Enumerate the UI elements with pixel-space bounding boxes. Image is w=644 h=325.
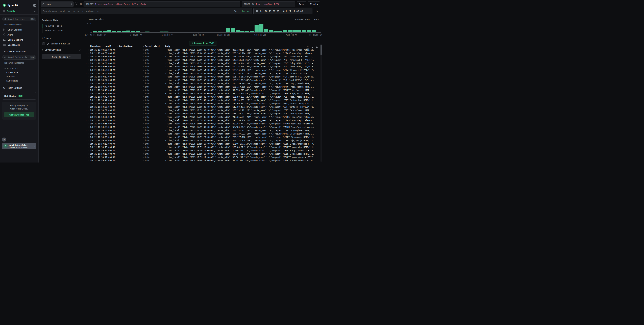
table-row[interactable]: ›Oct 21 10:59:56.000 AMinfo{"time_local"… (84, 65, 320, 68)
row-expand-icon[interactable]: › (84, 136, 88, 138)
severity-filter-group[interactable]: › SeverityText (42, 48, 81, 51)
column-header-servicename[interactable]: ServiceName (117, 45, 143, 47)
saved-dashboards-input[interactable]: Saved Dashboards ⌘K (2, 55, 36, 59)
code-editor-icon[interactable]: <> (75, 2, 78, 6)
scrollbar[interactable] (320, 44, 322, 162)
table-row[interactable]: ›Oct 21 10:59:38.000 AMinfo{"time_local"… (84, 109, 320, 112)
order-by-input[interactable]: ORDER BY TimestampTime DESC (242, 1, 295, 7)
row-expand-icon[interactable]: › (84, 156, 88, 158)
table-row[interactable]: ›Oct 21 10:59:46.000 AMinfo{"time_local"… (84, 88, 320, 92)
row-expand-icon[interactable]: › (84, 109, 88, 111)
row-expand-icon[interactable]: › (84, 65, 88, 68)
pin-icon[interactable] (79, 49, 81, 51)
row-expand-icon[interactable]: › (84, 72, 88, 75)
select-columns-input[interactable]: SELECT Timestamp,ServiceName,SeverityTex… (84, 1, 240, 7)
column-header-severitytext[interactable]: SeverityText (143, 45, 164, 47)
row-expand-icon[interactable]: › (84, 119, 88, 122)
table-row[interactable]: ›Oct 21 10:59:46.000 AMinfo{"time_local"… (84, 92, 320, 95)
row-expand-icon[interactable]: › (84, 133, 88, 135)
table-row[interactable]: ›Oct 21 10:59:36.000 AMinfo{"time_local"… (84, 115, 320, 119)
table-row[interactable]: ›Oct 21 10:59:36.000 AMinfo{"time_local"… (84, 119, 320, 122)
sidebar-item-alerts[interactable]: Alerts (2, 32, 36, 37)
sidebar-item-dashboards[interactable]: Dashboards (2, 42, 36, 47)
table-row[interactable]: ›Oct 21 10:59:56.000 AMinfo{"time_local"… (84, 62, 320, 65)
table-row[interactable]: ›Oct 21 10:59:52.000 AMinfo{"time_local"… (84, 78, 320, 82)
table-row[interactable]: ›Oct 21 10:59:58.000 AMinfo{"time_local"… (84, 58, 320, 62)
analysis-mode-results-table[interactable]: Results Table (42, 24, 81, 28)
lucene-mode-toggle[interactable]: Lucene (242, 10, 250, 12)
row-expand-icon[interactable]: › (84, 116, 88, 118)
create-dashboard-button[interactable]: + Create Dashboard (2, 49, 36, 54)
table-row[interactable]: ›Oct 21 10:59:47.000 AMinfo{"time_local"… (84, 85, 320, 88)
table-row[interactable]: ›Oct 21 10:59:19.000 AMinfo{"time_local"… (84, 149, 320, 152)
table-row[interactable]: ›Oct 21 10:59:38.000 AMinfo{"time_local"… (84, 112, 320, 115)
row-expand-icon[interactable]: › (84, 159, 88, 162)
denoise-results-option[interactable]: Denoise Results (42, 42, 81, 45)
sidebar-item-team-settings[interactable]: ⚙ Team Settings (3, 86, 36, 89)
results-histogram[interactable] (93, 24, 321, 33)
save-button[interactable]: Save (297, 1, 306, 7)
preset-item-services[interactable]: Services (2, 74, 36, 79)
denoise-checkbox[interactable] (42, 42, 45, 45)
row-expand-icon[interactable]: › (84, 99, 88, 101)
table-row[interactable]: ›Oct 21 10:59:58.000 AMinfo{"time_local"… (84, 55, 320, 58)
row-expand-icon[interactable]: › (84, 89, 88, 91)
row-expand-icon[interactable]: › (84, 92, 88, 95)
table-row[interactable]: ›Oct 21 10:59:19.000 AMinfo{"time_local"… (84, 146, 320, 149)
row-expand-icon[interactable]: › (84, 96, 88, 98)
table-row[interactable]: ›Oct 21 10:59:29.000 AMinfo{"time_local"… (84, 139, 320, 142)
row-expand-icon[interactable]: › (84, 129, 88, 132)
row-expand-icon[interactable]: › (84, 86, 88, 88)
row-expand-icon[interactable]: › (84, 82, 88, 85)
sidebar-section-search[interactable]: Search (0, 7, 38, 14)
table-row[interactable]: ›Oct 21 11:00:00.000 AMinfo{"time_local"… (84, 52, 320, 55)
table-row[interactable]: ›Oct 21 10:59:52.000 AMinfo{"time_local"… (84, 75, 320, 78)
row-expand-icon[interactable]: › (84, 79, 88, 81)
preset-item-clickhouse[interactable]: ClickHouse (2, 70, 36, 74)
row-expand-icon[interactable]: › (84, 149, 88, 152)
more-filters-button[interactable]: More filters (42, 54, 81, 59)
table-row[interactable]: ›Oct 21 10:59:29.000 AMinfo{"time_local"… (84, 135, 320, 139)
table-row[interactable]: ›Oct 21 10:59:19.000 AMinfo{"time_local"… (84, 142, 320, 146)
sidebar-item-chart-explorer[interactable]: Chart Explorer (2, 27, 36, 32)
preset-item-kubernetes[interactable]: Kubernetes (2, 79, 36, 83)
sql-mode-toggle[interactable]: SQL (234, 10, 238, 12)
row-expand-icon[interactable]: › (84, 69, 88, 71)
run-query-button[interactable]: ▷ (314, 8, 320, 14)
row-expand-icon[interactable]: › (84, 52, 88, 54)
table-row[interactable]: ›Oct 21 10:59:54.000 AMinfo{"time_local"… (84, 68, 320, 72)
table-row[interactable]: ›Oct 21 10:59:42.000 AMinfo{"time_local"… (84, 95, 320, 99)
row-expand-icon[interactable]: › (84, 49, 88, 51)
table-row[interactable]: ›Oct 21 10:59:17.000 AMinfo{"time_local"… (84, 159, 320, 162)
sidebar-collapse-icon[interactable] (33, 4, 36, 7)
help-button[interactable]: ? (2, 137, 6, 142)
row-expand-icon[interactable]: › (84, 62, 88, 64)
row-expand-icon[interactable]: › (84, 76, 88, 78)
row-expand-icon[interactable]: › (84, 106, 88, 108)
row-expand-icon[interactable]: › (84, 55, 88, 58)
presets-toggle[interactable]: PRESETS (4, 68, 36, 70)
time-range-picker[interactable]: Oct 20 11:00:00 - Oct 21 11:00:00 (253, 8, 312, 14)
row-expand-icon[interactable]: › (84, 143, 88, 145)
table-row[interactable]: ›Oct 21 10:59:47.000 AMinfo{"time_local"… (84, 82, 320, 85)
get-started-accordion[interactable]: Get Started 3/3 (2, 92, 36, 100)
row-expand-icon[interactable]: › (84, 59, 88, 61)
table-row[interactable]: ›Oct 21 10:59:31.000 AMinfo{"time_local"… (84, 132, 320, 135)
table-row[interactable]: ›Oct 21 10:59:39.000 AMinfo{"time_local"… (84, 102, 320, 105)
app-title[interactable]: HyperDX (8, 4, 32, 7)
row-expand-icon[interactable]: › (84, 146, 88, 148)
table-row[interactable]: ›Oct 21 10:59:54.000 AMinfo{"time_local"… (84, 72, 320, 75)
scrollbar-thumb[interactable] (320, 45, 322, 55)
table-row[interactable]: ›Oct 21 10:59:39.000 AMinfo{"time_local"… (84, 105, 320, 109)
column-header-body[interactable]: Body (164, 45, 320, 47)
source-settings-gear-icon[interactable]: ⚙ (80, 3, 82, 5)
sidebar-item-client-sessions[interactable]: Client Sessions (2, 37, 36, 42)
row-expand-icon[interactable]: › (84, 123, 88, 125)
source-select[interactable]: Logs (40, 1, 74, 7)
table-row[interactable]: ›Oct 21 11:00:00.000 AMinfo{"time_local"… (84, 48, 320, 52)
alerts-button[interactable]: Alerts (308, 1, 320, 7)
column-header-timestamp-local-[interactable]: Timestamp (Local) (88, 45, 117, 47)
table-row[interactable]: ›Oct 21 10:59:31.000 AMinfo{"time_local"… (84, 129, 320, 132)
analysis-mode-event-patterns[interactable]: Event Patterns (42, 28, 81, 33)
table-row[interactable]: ›Oct 21 10:59:19.000 AMinfo{"time_local"… (84, 152, 320, 156)
